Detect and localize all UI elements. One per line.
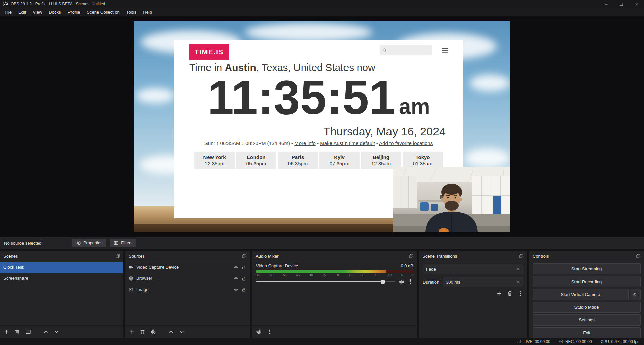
exit-button[interactable]: Exit [533, 327, 641, 338]
sources-dock: Sources Video Capture Device Browser [125, 251, 250, 338]
start-streaming-button[interactable]: Start Streaming [533, 263, 641, 274]
visibility-eye-icon[interactable] [234, 265, 238, 270]
filter-icon [114, 241, 119, 245]
city-time-box: Kyiv07:35pm [319, 152, 360, 169]
titlebar: OBS 29.1.2 - Profile: LLHLS BETA - Scene… [0, 0, 644, 8]
mute-speaker-icon[interactable] [399, 279, 404, 285]
start-virtual-camera-button[interactable]: Start Virtual Camera [533, 289, 629, 300]
image-icon [129, 287, 133, 292]
globe-icon [129, 276, 133, 281]
volume-slider-handle[interactable] [381, 280, 385, 284]
cloud [136, 88, 175, 103]
maximize-button[interactable] [614, 0, 629, 8]
time-ampm: am [399, 94, 430, 119]
source-item-browser[interactable]: Browser [125, 273, 250, 284]
source-status-text: No source selected [4, 241, 41, 246]
scene-canvas[interactable]: TIME.IS Time in Austin, Texas, United St… [134, 21, 510, 232]
remove-transition-button[interactable] [507, 291, 513, 296]
cloud [470, 75, 510, 91]
popout-dock-icon[interactable] [636, 254, 641, 258]
meter-tick-label: -50 [282, 273, 286, 277]
transition-selected-value: Fade [426, 267, 436, 272]
live-time: LIVE: 00:00:00 [523, 339, 550, 344]
hamburger-menu-icon [441, 47, 449, 54]
cloud [245, 23, 372, 42]
obs-window: OBS 29.1.2 - Profile: LLHLS BETA - Scene… [0, 0, 644, 345]
minimize-button[interactable] [599, 0, 614, 8]
audio-level-meter [256, 270, 413, 273]
mixer-channel: Video Capture Device 0.0 dB -60 -55 -50 … [252, 261, 417, 285]
popout-dock-icon[interactable] [519, 254, 524, 258]
scene-filters-button[interactable] [25, 329, 31, 335]
popout-dock-icon[interactable] [115, 254, 120, 258]
menu-tools[interactable]: Tools [123, 8, 140, 16]
scene-item-clock-test[interactable]: Clock Test [0, 262, 123, 273]
meter-tick-label: -55 [269, 273, 273, 277]
close-icon [634, 2, 639, 6]
maximize-icon [619, 2, 624, 6]
lock-icon[interactable] [241, 265, 246, 270]
source-properties-button[interactable] [150, 329, 156, 335]
scene-item-screenshare[interactable]: Screenshare [0, 273, 123, 284]
transition-duration-input[interactable]: 300 ms [443, 277, 523, 287]
visibility-eye-icon[interactable] [234, 287, 238, 292]
lock-icon[interactable] [241, 276, 246, 281]
current-time-display: 11:35:51 am [174, 71, 463, 124]
audio-mixer-dock: Audio Mixer Video Capture Device 0.0 dB … [252, 251, 417, 338]
meter-tick-label: -15 [374, 273, 378, 277]
menubar: File Edit View Docks Profile Scene Colle… [0, 8, 644, 17]
window-controls [599, 0, 644, 8]
menu-view[interactable]: View [29, 8, 45, 16]
move-source-down-button[interactable] [179, 329, 185, 335]
scene-transitions-title: Scene Transitions [422, 254, 457, 259]
close-button[interactable] [629, 0, 644, 8]
popout-dock-icon[interactable] [409, 254, 414, 258]
move-scene-down-button[interactable] [54, 329, 59, 335]
source-item-image[interactable]: Image [125, 284, 250, 295]
settings-button[interactable]: Settings [533, 314, 641, 326]
menu-profile[interactable]: Profile [64, 8, 83, 16]
visibility-eye-icon[interactable] [234, 276, 238, 281]
docks-area: Scenes Clock Test Screenshare [0, 249, 644, 338]
meter-tick-label: -30 [334, 273, 339, 277]
popout-dock-icon[interactable] [242, 254, 247, 258]
menu-edit[interactable]: Edit [15, 8, 29, 16]
scenes-dock-header: Scenes [0, 251, 123, 261]
source-item-video-capture[interactable]: Video Capture Device [125, 262, 250, 273]
volume-slider[interactable] [256, 279, 395, 284]
move-source-up-button[interactable] [168, 329, 174, 335]
rec-status: REC: 00:00:00 [559, 339, 592, 344]
mixer-menu-button[interactable] [267, 329, 272, 335]
meter-tick-label: -20 [361, 273, 365, 277]
menu-docks[interactable]: Docks [45, 8, 64, 16]
channel-menu-icon[interactable] [408, 279, 413, 285]
record-paused-icon [559, 339, 563, 344]
studio-mode-button[interactable]: Studio Mode [533, 302, 641, 313]
advanced-audio-button[interactable] [256, 329, 262, 335]
remove-source-button[interactable] [140, 329, 145, 335]
properties-button[interactable]: Properties [72, 239, 106, 247]
filters-button[interactable]: Filters [110, 239, 136, 247]
sources-dock-title: Sources [129, 254, 145, 259]
window-title: OBS 29.1.2 - Profile: LLHLS BETA - Scene… [11, 2, 105, 6]
menu-scene-collection[interactable]: Scene Collection [83, 8, 123, 16]
move-scene-up-button[interactable] [43, 329, 49, 335]
camera-icon [129, 265, 133, 270]
add-scene-button[interactable] [4, 329, 9, 335]
add-transition-button[interactable] [496, 291, 502, 296]
remove-scene-button[interactable] [14, 329, 20, 335]
more-info-link: More info [294, 140, 316, 146]
scenes-toolbar [0, 325, 123, 338]
meter-tick-label: -25 [348, 273, 352, 277]
transition-select[interactable]: Fade [423, 264, 523, 274]
menu-help[interactable]: Help [140, 8, 155, 16]
current-date: Thursday, May 16, 2024 [323, 125, 446, 138]
menu-file[interactable]: File [1, 8, 15, 16]
meter-scale: -60 -55 -50 -45 -40 -35 -30 -25 -20 -15 … [256, 273, 413, 277]
lock-icon[interactable] [241, 287, 246, 292]
start-recording-button[interactable]: Start Recording [533, 276, 641, 287]
virtual-camera-config-button[interactable] [630, 289, 641, 300]
add-source-button[interactable] [129, 329, 135, 335]
transition-properties-button[interactable] [518, 291, 523, 296]
meter-tick-label: -60 [256, 273, 260, 277]
